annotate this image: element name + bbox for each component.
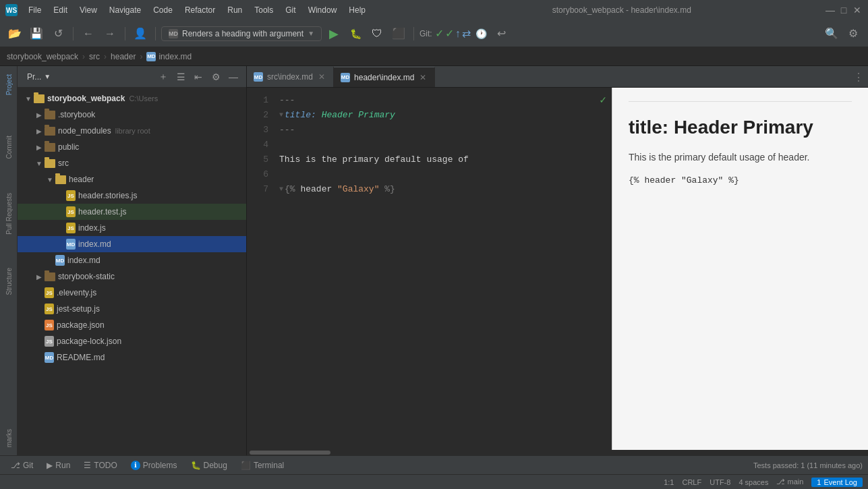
tree-item-public[interactable]: ▶ public bbox=[18, 139, 246, 155]
menu-run[interactable]: Run bbox=[222, 4, 248, 16]
tree-arrow-storybook[interactable]: ▶ bbox=[34, 109, 45, 120]
breadcrumb-src[interactable]: src bbox=[89, 52, 100, 61]
tab-close-header-index[interactable]: ✕ bbox=[418, 73, 428, 82]
code-content[interactable]: ✓ --- ▼ title: Header Primary --- This i… bbox=[274, 88, 612, 450]
tree-layout-button[interactable]: ☰ bbox=[173, 69, 188, 84]
tree-item-package-lock[interactable]: ▶ JS package-lock.json bbox=[18, 333, 246, 349]
tree-item-index-md-outer[interactable]: ▶ MD index.md bbox=[18, 252, 246, 268]
menu-view[interactable]: View bbox=[74, 4, 103, 16]
tree-item-eleventy[interactable]: ▶ JS .eleventy.js bbox=[18, 285, 246, 301]
tree-arrow-storybook-webpack[interactable]: ▼ bbox=[23, 93, 34, 104]
debug-panel-icon: 🐛 bbox=[191, 461, 201, 470]
tree-item-header-stories[interactable]: ▶ JS header.stories.js bbox=[18, 188, 246, 204]
status-line-ending[interactable]: CRLF bbox=[682, 478, 701, 486]
breadcrumb-file[interactable]: index.md bbox=[158, 52, 192, 61]
tree-item-package-json[interactable]: ▶ JS package.json bbox=[18, 317, 246, 333]
tree-item-header[interactable]: ▼ header bbox=[18, 171, 246, 188]
menu-navigate[interactable]: Navigate bbox=[104, 4, 146, 16]
tree-item-src[interactable]: ▼ src bbox=[18, 155, 246, 171]
project-dropdown-arrow: ▼ bbox=[44, 73, 51, 80]
terminal-panel-button[interactable]: ⬛ Terminal bbox=[235, 459, 289, 471]
project-dropdown-button[interactable]: Pr... ▼ bbox=[23, 71, 55, 83]
toolbar: 📂 💾 ↺ ← → 👤 MD Renders a heading with ar… bbox=[0, 20, 868, 47]
editor-horizontal-scrollbar[interactable] bbox=[247, 450, 868, 455]
side-icon-pullrequests[interactable]: Pull Requests bbox=[1, 188, 16, 240]
tree-item-jest-setup[interactable]: ▶ JS jest-setup.js bbox=[18, 301, 246, 317]
tab-src-index[interactable]: MD src\index.md ✕ bbox=[247, 67, 334, 87]
side-panel-icons: Project Commit Pull Requests Structure m… bbox=[0, 66, 18, 455]
git-rollback-button[interactable]: ↩ bbox=[492, 24, 511, 43]
run-configuration-select[interactable]: MD Renders a heading with argument ▼ bbox=[161, 26, 322, 41]
search-button[interactable]: 🔍 bbox=[822, 24, 841, 43]
file-tree-content[interactable]: ▼ storybook_webpack C:\Users ▶ .storyboo… bbox=[18, 88, 246, 455]
menu-git[interactable]: Git bbox=[280, 4, 301, 16]
tree-arrow-header[interactable]: ▼ bbox=[45, 174, 55, 185]
side-icon-structure[interactable]: Structure bbox=[1, 262, 16, 301]
horizontal-scroll-thumb[interactable] bbox=[250, 451, 330, 455]
tree-settings-button[interactable]: ⚙ bbox=[208, 69, 223, 84]
git-history-button[interactable]: 🕐 bbox=[472, 24, 491, 43]
menu-window[interactable]: Window bbox=[303, 4, 343, 16]
coverage-button[interactable]: 🛡 bbox=[368, 24, 386, 43]
breadcrumb-header[interactable]: header bbox=[111, 52, 136, 61]
side-icon-marks[interactable]: marks bbox=[1, 424, 16, 453]
tab-close-src-index[interactable]: ✕ bbox=[317, 72, 326, 82]
menu-tools[interactable]: Tools bbox=[249, 4, 279, 16]
problems-panel-button[interactable]: ℹ Problems bbox=[125, 459, 183, 471]
tree-item-storybook[interactable]: ▶ .storybook bbox=[18, 107, 246, 123]
tree-item-storybook-static[interactable]: ▶ storybook-static bbox=[18, 268, 246, 285]
tree-collapse-button[interactable]: ⇤ bbox=[191, 69, 206, 84]
folder-icon-storybook-static bbox=[45, 272, 55, 281]
event-log-button[interactable]: 1 Event Log bbox=[811, 478, 863, 487]
tree-arrow-node-modules[interactable]: ▶ bbox=[34, 125, 45, 136]
run-button[interactable]: ▶ bbox=[324, 24, 343, 43]
side-icon-project[interactable]: Project bbox=[1, 69, 16, 100]
menu-code[interactable]: Code bbox=[148, 4, 178, 16]
maximize-button[interactable]: □ bbox=[838, 5, 849, 16]
breadcrumb-project[interactable]: storybook_webpack bbox=[7, 52, 78, 61]
close-button[interactable]: ✕ bbox=[852, 5, 863, 16]
tree-item-header-test[interactable]: ▶ JS header.test.js bbox=[18, 204, 246, 220]
tree-arrow-storybook-static[interactable]: ▶ bbox=[34, 271, 45, 282]
tree-item-node-modules[interactable]: ▶ node_modules library root bbox=[18, 123, 246, 139]
code-editor[interactable]: 1 2 3 4 5 6 7 ✓ --- ▼ title: Header Prim… bbox=[247, 88, 612, 450]
menu-edit[interactable]: Edit bbox=[48, 4, 73, 16]
minimize-button[interactable]: — bbox=[825, 5, 836, 16]
menu-help[interactable]: Help bbox=[343, 4, 371, 16]
file-icon-header-stories: JS bbox=[66, 190, 76, 201]
fold-arrow-2[interactable]: ▼ bbox=[279, 108, 283, 123]
forward-button[interactable]: → bbox=[100, 24, 119, 43]
menu-file[interactable]: File bbox=[23, 4, 47, 16]
folder-icon-header bbox=[55, 175, 66, 184]
settings-button[interactable]: ⚙ bbox=[844, 24, 863, 43]
tree-label-storybook: .storybook bbox=[58, 110, 95, 119]
side-icon-commit[interactable]: Commit bbox=[1, 130, 16, 164]
tree-add-button[interactable]: ＋ bbox=[156, 69, 171, 84]
menu-refactor[interactable]: Refactor bbox=[179, 4, 221, 16]
tab-overflow-button[interactable]: ⋮ bbox=[849, 67, 868, 87]
user-button[interactable]: 👤 bbox=[131, 24, 150, 43]
tree-item-index-md[interactable]: ▶ MD index.md bbox=[18, 236, 246, 252]
tree-arrow-src[interactable]: ▼ bbox=[34, 158, 45, 169]
tree-close-button[interactable]: — bbox=[226, 69, 241, 84]
run-panel-button[interactable]: ▶ Run bbox=[41, 459, 76, 471]
tab-header-index[interactable]: MD header\index.md ✕ bbox=[334, 67, 435, 87]
back-button[interactable]: ← bbox=[79, 24, 98, 43]
status-indent[interactable]: 4 spaces bbox=[739, 478, 768, 486]
refresh-button[interactable]: ↺ bbox=[49, 24, 67, 43]
save-button[interactable]: 💾 bbox=[27, 24, 46, 43]
open-folder-button[interactable]: 📂 bbox=[5, 24, 24, 43]
debug-button[interactable]: 🐛 bbox=[346, 24, 365, 43]
code-line-2: ▼ title: Header Primary bbox=[279, 108, 612, 123]
tree-item-readme[interactable]: ▶ MD README.md bbox=[18, 349, 246, 366]
tree-item-storybook-webpack[interactable]: ▼ storybook_webpack C:\Users bbox=[18, 90, 246, 107]
tree-item-index-js[interactable]: ▶ JS index.js bbox=[18, 220, 246, 236]
git-panel-button[interactable]: ⎇ Git bbox=[5, 459, 38, 471]
status-encoding[interactable]: UTF-8 bbox=[710, 478, 730, 486]
todo-panel-button[interactable]: ☰ TODO bbox=[78, 459, 122, 471]
tree-arrow-public[interactable]: ▶ bbox=[34, 142, 45, 152]
stop-button[interactable]: ⬛ bbox=[389, 24, 408, 43]
debug-panel-button[interactable]: 🐛 Debug bbox=[185, 459, 233, 471]
tree-label-index-js: index.js bbox=[78, 223, 106, 233]
fold-arrow-7[interactable]: ▼ bbox=[279, 182, 283, 197]
